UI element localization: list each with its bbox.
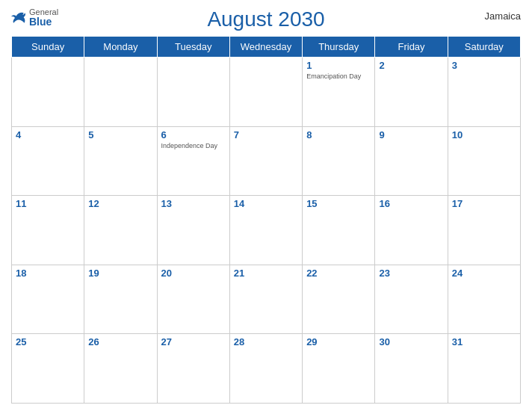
date-number: 16 — [379, 198, 443, 209]
date-number: 20 — [161, 268, 226, 279]
date-number: 9 — [379, 129, 443, 140]
date-number: 11 — [16, 198, 80, 209]
calendar-cell: 11 — [12, 196, 84, 265]
calendar-cell: 25 — [12, 334, 84, 404]
calendar-cell — [229, 58, 302, 127]
calendar-cell: 22 — [303, 265, 375, 334]
date-number: 22 — [306, 268, 371, 279]
calendar-cell: 4 — [12, 126, 84, 196]
calendar-week-row: 456Independence Day78910 — [12, 126, 521, 196]
calendar-week-row: 11121314151617 — [12, 196, 521, 265]
logo: General Blue — [11, 7, 58, 28]
calendar-cell: 21 — [229, 265, 302, 334]
date-number: 7 — [234, 129, 298, 140]
calendar-cell — [12, 58, 84, 127]
date-number: 24 — [452, 268, 516, 279]
date-number: 13 — [161, 198, 226, 209]
calendar-cell: 18 — [12, 265, 84, 334]
calendar-cell: 12 — [84, 196, 157, 265]
holiday-label: Emancipation Day — [306, 72, 371, 81]
calendar-cell: 7 — [229, 126, 302, 196]
date-number: 2 — [379, 60, 443, 71]
date-number: 4 — [16, 129, 80, 140]
calendar-cell: 27 — [157, 334, 229, 404]
weekday-header-wednesday: Wednesday — [229, 37, 302, 58]
calendar-week-row: 18192021222324 — [12, 265, 521, 334]
calendar-cell: 13 — [157, 196, 229, 265]
weekday-header-monday: Monday — [84, 37, 157, 58]
date-number: 14 — [234, 198, 298, 209]
weekday-header-tuesday: Tuesday — [157, 37, 229, 58]
calendar-cell: 29 — [303, 334, 375, 404]
calendar-cell: 28 — [229, 334, 302, 404]
calendar-cell — [84, 58, 157, 127]
date-number: 6 — [161, 129, 226, 140]
date-number: 28 — [234, 336, 298, 347]
date-number: 29 — [306, 336, 371, 347]
calendar-cell — [157, 58, 229, 127]
date-number: 23 — [379, 268, 443, 279]
calendar-table: SundayMondayTuesdayWednesdayThursdayFrid… — [11, 36, 521, 404]
date-number: 30 — [379, 336, 443, 347]
calendar-cell: 2 — [375, 58, 448, 127]
calendar-cell: 3 — [448, 58, 520, 127]
date-number: 3 — [452, 60, 516, 71]
month-title: August 2030 — [207, 7, 324, 31]
date-number: 31 — [452, 336, 516, 347]
calendar-cell: 26 — [84, 334, 157, 404]
date-number: 15 — [306, 198, 371, 209]
date-number: 5 — [88, 129, 152, 140]
calendar-cell: 5 — [84, 126, 157, 196]
calendar-cell: 1Emancipation Day — [303, 58, 375, 127]
date-number: 10 — [452, 129, 516, 140]
calendar-cell: 16 — [375, 196, 448, 265]
date-number: 21 — [234, 268, 298, 279]
holiday-label: Independence Day — [161, 142, 226, 150]
calendar-cell: 23 — [375, 265, 448, 334]
date-number: 25 — [16, 336, 80, 347]
weekday-header-saturday: Saturday — [448, 37, 520, 58]
date-number: 27 — [161, 336, 226, 347]
weekday-header-friday: Friday — [375, 37, 448, 58]
calendar-cell: 30 — [375, 334, 448, 404]
date-number: 19 — [88, 268, 152, 279]
calendar-cell: 9 — [375, 126, 448, 196]
calendar-week-row: 25262728293031 — [12, 334, 521, 404]
calendar-cell: 24 — [448, 265, 520, 334]
date-number: 12 — [88, 198, 152, 209]
weekday-header-sunday: Sunday — [12, 37, 84, 58]
logo-blue-text: Blue — [29, 16, 58, 28]
calendar-cell: 6Independence Day — [157, 126, 229, 196]
weekday-header-thursday: Thursday — [303, 37, 375, 58]
country-label: Jamaica — [485, 10, 521, 22]
calendar-container: General Blue August 2030 Jamaica SundayM… — [0, 0, 532, 411]
calendar-cell: 31 — [448, 334, 520, 404]
calendar-cell: 8 — [303, 126, 375, 196]
calendar-cell: 19 — [84, 265, 157, 334]
calendar-header: General Blue August 2030 Jamaica — [11, 7, 521, 31]
weekday-header-row: SundayMondayTuesdayWednesdayThursdayFrid… — [12, 37, 521, 58]
calendar-cell: 20 — [157, 265, 229, 334]
calendar-cell: 15 — [303, 196, 375, 265]
calendar-cell: 17 — [448, 196, 520, 265]
date-number: 8 — [306, 129, 371, 140]
date-number: 1 — [306, 60, 371, 71]
date-number: 18 — [16, 268, 80, 279]
bird-icon — [11, 11, 26, 25]
calendar-cell: 14 — [229, 196, 302, 265]
calendar-cell: 10 — [448, 126, 520, 196]
date-number: 26 — [88, 336, 152, 347]
calendar-week-row: 1Emancipation Day23 — [12, 58, 521, 127]
date-number: 17 — [452, 198, 516, 209]
